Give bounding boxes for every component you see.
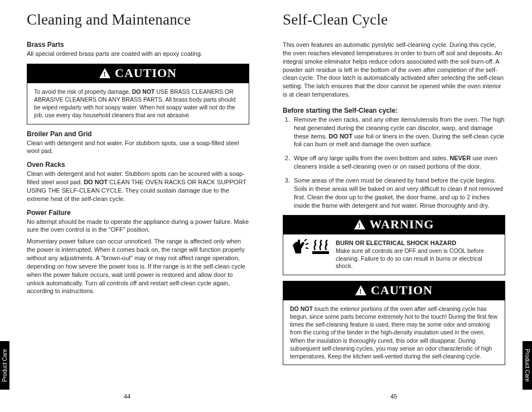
warning-label: WARNING: [370, 217, 434, 232]
step-3: Some areas of the oven must be cleaned b…: [292, 176, 505, 209]
warning-triangle-icon: !: [355, 285, 366, 295]
heading-broiler: Broiler Pan and Grid: [27, 130, 249, 138]
text-broiler: Clean with detergent and hot water. For …: [27, 139, 249, 156]
heading-racks: Oven Racks: [27, 161, 249, 169]
step1-bold: DO NOT: [328, 133, 352, 140]
section-broiler: Broiler Pan and Grid Clean with detergen…: [27, 130, 249, 156]
heading-power: Power Failure: [27, 209, 249, 217]
heading-before: Before starting the Self-Clean cycle:: [283, 107, 505, 114]
page-title: Self-Clean Cycle: [283, 11, 505, 28]
caution2-bold: DO NOT: [290, 305, 313, 312]
caution-label-2: CAUTION: [371, 283, 433, 298]
svg-line-7: [306, 248, 308, 248]
section-racks: Oven Racks Clean with detergent and hot …: [27, 161, 249, 203]
steps-list: Remove the oven racks, and any other ite…: [283, 116, 505, 209]
caution-text-pre: To avoid the risk of property damage,: [34, 88, 132, 95]
hot-surface-icon: [311, 239, 330, 256]
hand-icon: [290, 239, 309, 256]
svg-text:!: !: [358, 221, 361, 229]
step-2: Wipe off any large spills from the oven …: [292, 154, 505, 171]
page-title: Cleaning and Maintenance: [27, 11, 249, 28]
section-power: Power Failure No attempt should be made …: [27, 209, 249, 296]
text-racks: Clean with detergent and hot water. Stub…: [27, 170, 249, 203]
caution-body-2: DO NOT touch the exterior portions of th…: [283, 300, 505, 365]
step2-bold: NEVER: [449, 155, 471, 161]
heading-brass: Brass Parts: [27, 41, 249, 49]
svg-text:!: !: [103, 70, 106, 78]
side-tab-right: Product Care: [523, 341, 532, 390]
warning-body-text: Make sure all controls are OFF and oven …: [336, 247, 484, 269]
text-power-1: No attempt should be made to operate the…: [27, 218, 249, 234]
warning-header: ! WARNING: [283, 215, 505, 234]
section-brass: Brass Parts All special ordered brass pa…: [27, 41, 249, 58]
page-spread: Cleaning and Maintenance Brass Parts All…: [0, 0, 532, 371]
caution-header-2: ! CAUTION: [283, 281, 505, 300]
page-number-left: 44: [124, 393, 130, 400]
caution-header: ! CAUTION: [27, 64, 249, 83]
step-1: Remove the oven racks, and any other ite…: [292, 116, 505, 148]
text-intro: This oven features an automatic pyrolyti…: [283, 41, 505, 99]
section-intro: This oven features an automatic pyrolyti…: [283, 41, 505, 99]
text-brass: All special ordered brass parts are coat…: [27, 50, 249, 58]
warning-box: ! WARNING BURN OR ELECTRICAL SHOCK HAZAR…: [283, 215, 505, 275]
warning-text: BURN OR ELECTRICAL SHOCK HAZARD Make sur…: [336, 239, 498, 270]
side-tab-left: Product Care: [0, 341, 9, 390]
racks-bold: DO NOT: [84, 179, 108, 185]
page-number-right: 45: [390, 393, 397, 400]
caution-box-2: ! CAUTION DO NOT touch the exterior port…: [283, 281, 505, 365]
caution-body: To avoid the risk of property damage, DO…: [27, 83, 249, 124]
caution-text-bold: DO NOT: [132, 88, 155, 95]
caution-box: ! CAUTION To avoid the risk of property …: [27, 64, 249, 124]
warning-triangle-icon: !: [99, 68, 110, 78]
caution2-text: touch the exterior portions of the oven …: [290, 305, 497, 360]
warning-triangle-icon: !: [354, 219, 365, 229]
step2-pre: Wipe off any large spills from the oven …: [294, 155, 449, 161]
page-right: Self-Clean Cycle This oven features an a…: [283, 11, 505, 371]
page-left: Cleaning and Maintenance Brass Parts All…: [27, 11, 249, 371]
svg-text:!: !: [359, 287, 362, 295]
caution-label: CAUTION: [115, 66, 177, 80]
warning-body: BURN OR ELECTRICAL SHOCK HAZARD Make sur…: [283, 234, 505, 275]
text-power-2: Momentary power failure can occur unnoti…: [27, 237, 249, 295]
warning-icons: [290, 239, 330, 256]
svg-rect-9: [312, 251, 329, 254]
warning-subhead: BURN OR ELECTRICAL SHOCK HAZARD: [336, 239, 456, 246]
